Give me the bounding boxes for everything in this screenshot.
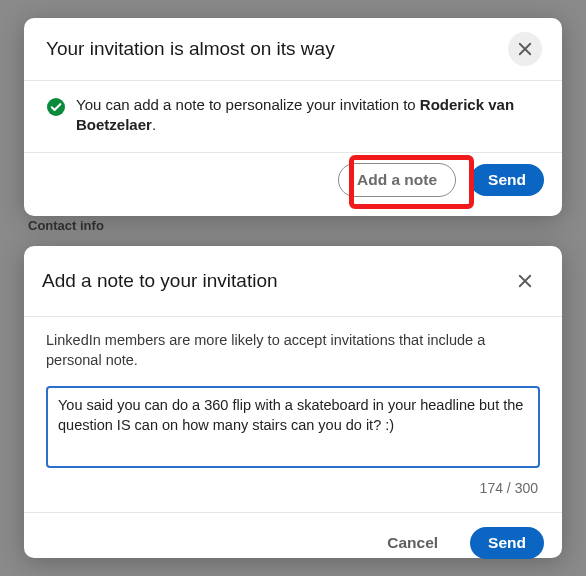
- close-button[interactable]: [508, 264, 542, 298]
- dialog-footer: Add a note Send: [24, 152, 562, 211]
- check-circle-icon: [46, 97, 66, 122]
- add-note-dialog: Add a note to your invitation LinkedIn m…: [24, 246, 562, 558]
- send-button[interactable]: Send: [470, 164, 544, 196]
- helper-text: LinkedIn members are more likely to acce…: [46, 331, 540, 370]
- info-text: You can add a note to personalize your i…: [76, 95, 540, 136]
- close-icon: [516, 40, 534, 58]
- dialog-header: Your invitation is almost on its way: [24, 18, 562, 81]
- bg-contact-info: Contact info: [28, 218, 104, 233]
- send-button[interactable]: Send: [470, 527, 544, 559]
- svg-point-2: [47, 98, 65, 116]
- note-textarea[interactable]: [46, 386, 540, 468]
- dialog-title: Your invitation is almost on its way: [46, 38, 335, 60]
- dialog-title: Add a note to your invitation: [42, 270, 278, 292]
- cancel-button[interactable]: Cancel: [369, 527, 456, 559]
- add-note-button[interactable]: Add a note: [338, 163, 456, 197]
- dialog-footer: Cancel Send: [24, 512, 562, 573]
- info-message: You can add a note to personalize your i…: [46, 95, 540, 136]
- dialog-body: You can add a note to personalize your i…: [24, 81, 562, 152]
- dialog-body: LinkedIn members are more likely to acce…: [24, 317, 562, 512]
- close-button[interactable]: [508, 32, 542, 66]
- char-counter: 174 / 300: [46, 480, 540, 496]
- close-icon: [516, 272, 534, 290]
- dialog-header: Add a note to your invitation: [24, 246, 562, 317]
- invite-confirm-dialog: Your invitation is almost on its way You…: [24, 18, 562, 216]
